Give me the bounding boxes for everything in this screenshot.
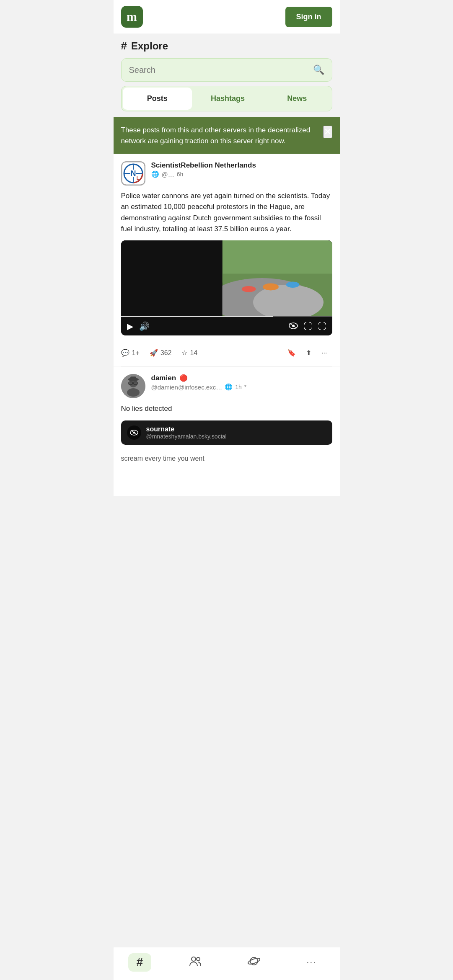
quoted-post-info: sournate @mnateshyamalan.bsky.social [146, 426, 227, 440]
svg-line-21 [290, 323, 297, 328]
svg-point-36 [248, 957, 260, 965]
quoted-handle: @mnateshyamalan.bsky.social [146, 433, 227, 440]
trending-banner: These posts from this and other servers … [114, 117, 340, 154]
post-body-1: Police water cannons are yet again turne… [121, 191, 332, 235]
post-header-1: N L ScientistRebellion Netherlands 🌐 @… … [121, 161, 332, 186]
boost-count-1: 362 [160, 349, 172, 357]
planet-nav-icon [248, 955, 260, 970]
post-username-1[interactable]: ScientistRebellion Netherlands [151, 161, 332, 170]
post-handle-1: @… [162, 171, 174, 178]
favorite-count-1: 14 [190, 349, 197, 357]
partial-bottom-text: scream every time you went [114, 451, 340, 496]
people-nav-icon [189, 956, 202, 970]
banner-text: These posts from this and other servers … [121, 125, 319, 146]
video-expand-button[interactable]: ⛶ [304, 322, 312, 331]
bookmark-icon-1: 🔖 [287, 349, 296, 357]
more-icon-1: ··· [321, 349, 327, 357]
comment-button-1[interactable]: 💬 1+ [121, 346, 145, 360]
quoted-username: sournate [146, 426, 227, 433]
search-icon: 🔍 [313, 64, 324, 75]
boost-button-1[interactable]: 🚀 362 [145, 346, 177, 360]
video-progress-fill-1 [121, 316, 273, 317]
people-icon-svg [189, 956, 202, 967]
nav-hashtag-button[interactable]: # [128, 953, 152, 972]
post-body-2: No lies detected [121, 403, 332, 414]
share-icon-1: ⬆ [306, 349, 311, 357]
svg-point-24 [127, 388, 140, 397]
quoted-eye-slash-icon [127, 426, 141, 440]
video-controls-1: ▶ 🔊 ⛶ ⛶ [121, 317, 332, 335]
svg-point-33 [192, 957, 196, 961]
video-thumbnail-svg [121, 240, 332, 316]
video-fullscreen-button[interactable]: ⛶ [318, 322, 326, 331]
damien-avatar-svg [121, 374, 145, 398]
svg-rect-29 [130, 377, 136, 380]
post-time-asterisk-2: * [244, 384, 246, 390]
mastodon-logo[interactable]: m [121, 6, 143, 28]
header: m Sign in [114, 0, 340, 34]
video-player-1[interactable]: ▶ 🔊 ⛶ ⛶ [121, 240, 332, 335]
more-nav-icon: ··· [306, 957, 316, 968]
video-play-button[interactable]: ▶ [127, 321, 133, 331]
post-time-1: 6h [177, 171, 184, 178]
boost-icon-1: 🚀 [150, 349, 158, 357]
post-card-1: N L ScientistRebellion Netherlands 🌐 @… … [114, 154, 340, 366]
explore-hash-icon: # [121, 39, 127, 52]
sign-in-button[interactable]: Sign in [285, 7, 332, 27]
svg-point-34 [197, 957, 200, 961]
nav-people-button[interactable] [181, 956, 210, 970]
bookmark-button-1[interactable]: 🔖 [282, 346, 301, 360]
video-still-1 [121, 240, 332, 316]
video-eye-button[interactable] [289, 322, 298, 331]
svg-rect-18 [121, 240, 223, 316]
logo-letter: m [127, 10, 137, 24]
svg-text:N: N [130, 169, 136, 178]
star-icon-1: ☆ [181, 349, 187, 357]
globe-icon-2: 🌐 [225, 383, 233, 391]
tab-posts[interactable]: Posts [123, 88, 192, 110]
search-input[interactable] [129, 65, 313, 75]
eye-icon-svg [130, 430, 138, 436]
eye-slash-svg [289, 322, 298, 329]
video-progress-bar-1[interactable] [121, 316, 332, 317]
comment-icon-1: 💬 [121, 349, 129, 357]
explore-label: Explore [131, 40, 168, 52]
video-volume-button[interactable]: 🔊 [139, 321, 150, 331]
comment-count-1: 1+ [132, 349, 140, 357]
post-meta-2: damien 🔴 @damien@infosec.exc… 🌐 1h * [151, 374, 332, 391]
post-card-2: damien 🔴 @damien@infosec.exc… 🌐 1h * No … [114, 366, 340, 450]
partial-text-content: scream every time you went [121, 455, 204, 462]
nav-explore-button[interactable] [239, 955, 269, 970]
post-actions-1: 💬 1+ 🚀 362 ☆ 14 🔖 ⬆ ··· [121, 342, 332, 360]
post-time-row-1: 🌐 @… 6h [151, 170, 332, 178]
explore-title-row: # Explore [114, 34, 340, 58]
avatar-damien[interactable] [121, 374, 145, 398]
globe-icon-1: 🌐 [151, 170, 159, 178]
svg-text:L: L [136, 175, 139, 181]
banner-close-button[interactable]: ✕ [323, 126, 332, 138]
scientist-rebellion-avatar-svg: N L [122, 162, 145, 185]
hashtag-nav-icon: # [137, 956, 143, 969]
share-button-1[interactable]: ⬆ [301, 346, 316, 360]
post-handle-2: @damien@infosec.exc… [151, 384, 223, 391]
avatar-scientist-rebellion[interactable]: N L [121, 161, 145, 186]
post-time-2: 1h [235, 384, 242, 390]
post-username-row-2: damien 🔴 [151, 374, 332, 382]
tab-news[interactable]: News [262, 86, 331, 111]
nav-more-button[interactable]: ··· [298, 957, 325, 968]
verified-badge-2: 🔴 [179, 374, 188, 382]
svg-rect-17 [222, 240, 332, 316]
bottom-navigation: # ··· [114, 947, 340, 980]
quoted-post-preview[interactable]: sournate @mnateshyamalan.bsky.social [121, 420, 332, 445]
tab-hashtags[interactable]: Hashtags [193, 86, 262, 111]
post-username-2[interactable]: damien [151, 374, 176, 382]
planet-icon-svg [248, 955, 260, 967]
post-header-2: damien 🔴 @damien@infosec.exc… 🌐 1h * [121, 374, 332, 398]
more-button-1[interactable]: ··· [316, 346, 332, 360]
post-time-row-2: @damien@infosec.exc… 🌐 1h * [151, 383, 332, 391]
search-bar: 🔍 [121, 58, 332, 82]
favorite-button-1[interactable]: ☆ 14 [176, 346, 202, 360]
post-meta-1: ScientistRebellion Netherlands 🌐 @… 6h [151, 161, 332, 178]
tabs-row: Posts Hashtags News [121, 86, 332, 111]
